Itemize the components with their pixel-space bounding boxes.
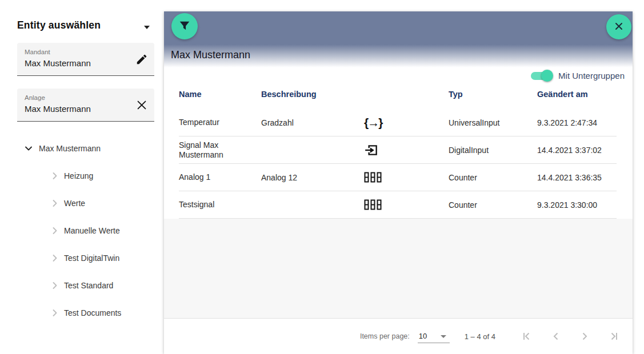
tree-item-label: Test Standard — [64, 281, 113, 290]
clear-icon[interactable] — [135, 99, 148, 111]
subgroups-toggle[interactable] — [531, 71, 551, 80]
last-page-icon — [606, 329, 620, 343]
chevron-right-icon[interactable] — [49, 252, 61, 264]
first-page-button[interactable] — [521, 329, 534, 343]
chevron-right-icon[interactable] — [49, 170, 61, 182]
chevron-right-icon[interactable] — [49, 280, 61, 291]
tree-item-test-standard[interactable]: Test Standard — [0, 272, 163, 299]
anlage-field-value: Max Mustermann — [25, 104, 91, 114]
tree-item-label: Max Mustermann — [39, 144, 101, 153]
cell-geaendert-am: 9.3.2021 3:30:00 — [537, 200, 617, 210]
mandant-field[interactable]: Mandant Max Mustermann — [17, 43, 154, 76]
filter-button[interactable] — [171, 13, 198, 39]
panel-header-bar — [164, 11, 633, 45]
chevron-right-icon[interactable] — [49, 307, 61, 319]
chevron-right-icon[interactable] — [49, 225, 61, 236]
next-page-button[interactable] — [578, 329, 591, 343]
anlage-field[interactable]: Anlage Max Mustermann — [17, 88, 154, 122]
last-page-button[interactable] — [606, 329, 620, 343]
tree-item-manuelle-werte[interactable]: Manuelle Werte — [0, 217, 163, 244]
table-body: Temperatur Gradzahl {→} UniversalInput 9… — [179, 109, 617, 219]
digital-input-icon — [364, 143, 449, 158]
chevron-right-icon[interactable] — [49, 198, 61, 209]
entity-sidebar: Entity auswählen Mandant Max Mustermann … — [0, 0, 163, 354]
cell-name: Testsignal — [179, 200, 261, 210]
page-size-select[interactable]: 10 — [418, 329, 450, 343]
close-button[interactable] — [606, 14, 631, 39]
cell-name: Signal Max Mustermann — [179, 140, 261, 160]
dropdown-caret-icon — [144, 26, 150, 29]
column-header-name: Name — [179, 90, 261, 99]
previous-page-icon — [549, 329, 563, 343]
cell-typ: DigitalInput — [449, 146, 537, 155]
cell-name: Temperatur — [179, 118, 261, 127]
tree-item-label: Test Documents — [64, 308, 121, 317]
paginator-nav — [521, 329, 620, 343]
panel-title: Max Mustermann — [171, 49, 250, 61]
chevron-down-icon[interactable] — [23, 143, 34, 154]
tree-item-test-digitaltwin[interactable]: Test DigitalTwin — [0, 244, 163, 272]
edit-icon[interactable] — [135, 53, 148, 66]
anlage-field-label: Anlage — [25, 94, 45, 101]
entity-tree: Max Mustermann Heizung Werte Manuelle We… — [0, 135, 163, 327]
table-row[interactable]: Signal Max Mustermann DigitalInput 14.4.… — [179, 136, 617, 164]
sidebar-title: Entity auswählen — [17, 19, 101, 31]
column-header-typ: Typ — [449, 90, 537, 99]
cell-typ: UniversalInput — [449, 118, 537, 127]
page-range-label: 1 – 4 of 4 — [465, 332, 495, 341]
mandant-field-value: Max Mustermann — [25, 58, 91, 68]
cell-typ: Counter — [449, 173, 537, 182]
next-page-icon — [578, 329, 591, 343]
cell-geaendert-am: 14.4.2021 3:36:35 — [537, 173, 617, 182]
paginator: Items per page: 10 1 – 4 of 4 — [164, 318, 633, 354]
previous-page-button[interactable] — [549, 329, 563, 343]
table-row[interactable]: Testsignal Counter 9.3.2021 3:30:00 — [179, 191, 617, 219]
tree-item-label: Werte — [64, 199, 85, 208]
cell-geaendert-am: 9.3.2021 2:47:34 — [537, 118, 617, 127]
page-size-value: 10 — [419, 332, 427, 340]
cell-geaendert-am: 14.4.2021 3:37:02 — [537, 146, 617, 155]
table-header-row: Name Beschreibung Typ Geändert am — [179, 79, 617, 109]
mandant-field-label: Mandant — [25, 49, 50, 55]
table-row[interactable]: Temperatur Gradzahl {→} UniversalInput 9… — [179, 109, 617, 136]
tree-item-heizung[interactable]: Heizung — [0, 162, 163, 190]
cell-name: Analog 1 — [179, 172, 261, 182]
entity-select-dropdown[interactable]: Entity auswählen — [17, 19, 154, 35]
table-row[interactable]: Analog 1 Analog 12 Counter 14.4.2021 3:3… — [179, 164, 617, 191]
items-per-page-label: Items per page: — [360, 332, 410, 340]
signals-panel: Max Mustermann Mit Untergruppen Name Bes… — [164, 11, 633, 354]
universal-input-icon: {→} — [364, 116, 449, 130]
cell-typ: Counter — [449, 200, 537, 210]
counter-icon — [364, 172, 449, 183]
column-header-beschreibung: Beschreibung — [261, 90, 364, 99]
filter-icon — [178, 19, 191, 34]
cell-beschreibung: Analog 12 — [261, 173, 364, 182]
tree-item-label: Heizung — [64, 171, 93, 180]
tree-item-label: Manuelle Werte — [64, 226, 120, 235]
tree-item-root[interactable]: Max Mustermann — [0, 135, 163, 162]
tree-item-werte[interactable]: Werte — [0, 190, 163, 217]
tree-item-label: Test DigitalTwin — [64, 254, 119, 263]
counter-icon — [364, 199, 449, 210]
tree-item-test-documents[interactable]: Test Documents — [0, 299, 163, 327]
first-page-icon — [521, 329, 534, 343]
select-caret-icon — [441, 335, 446, 338]
close-icon — [613, 21, 625, 34]
table-empty-area — [164, 219, 633, 318]
column-header-geaendert-am: Geändert am — [537, 90, 617, 99]
cell-beschreibung: Gradzahl — [261, 118, 364, 127]
